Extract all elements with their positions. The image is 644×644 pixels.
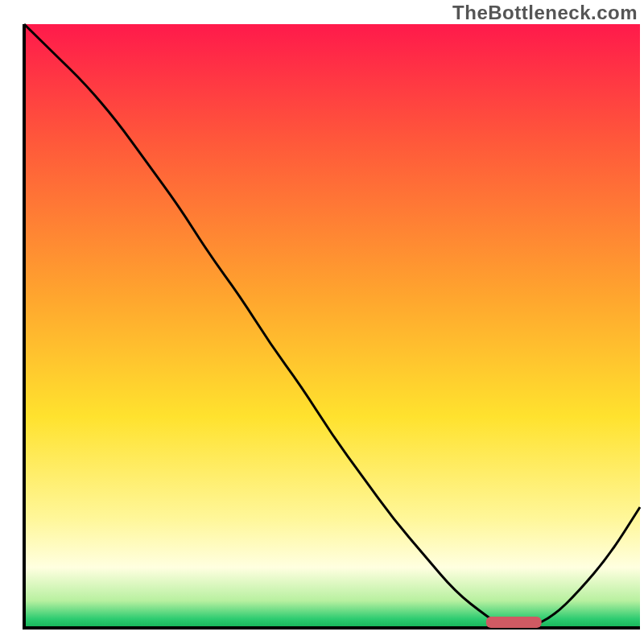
gradient-background <box>24 24 640 628</box>
optimal-range-marker <box>486 617 542 628</box>
watermark-text: TheBottleneck.com <box>452 2 638 24</box>
bottleneck-chart <box>0 0 644 644</box>
chart-frame: TheBottleneck.com <box>0 0 644 644</box>
